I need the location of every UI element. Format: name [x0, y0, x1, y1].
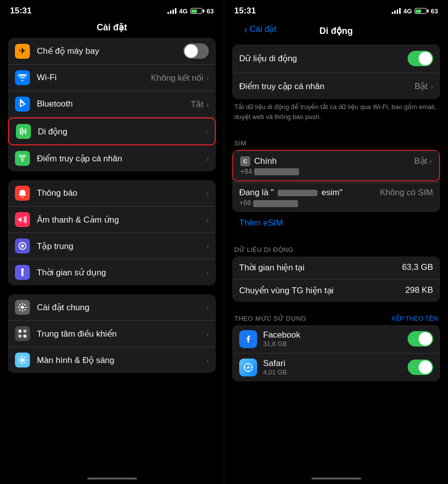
du-lieu-group: Thời gian hiện tại 63,3 GB Chuyển vùng T… — [232, 256, 440, 302]
list-item-diem-truy-cap[interactable]: Điểm truy cập cá nhân Bật › — [232, 73, 440, 99]
facebook-size: 31,8 GB — [263, 340, 408, 348]
airplane-toggle[interactable] — [183, 43, 209, 59]
facebook-name: Facebook — [263, 330, 408, 340]
bluetooth-label: Bluetooth — [37, 99, 191, 109]
svg-rect-1 — [22, 127, 23, 135]
sim-chinh-chevron-icon: › — [429, 156, 432, 166]
list-item-manhinh[interactable]: Màn hình & Độ sáng › — [8, 347, 216, 373]
left-nav-header: Cài đặt — [0, 20, 224, 38]
list-item-du-lieu-di-dong[interactable]: Dữ liệu di động — [232, 44, 440, 73]
list-item-safari[interactable]: Safari 4,01 GB — [232, 354, 440, 381]
section-general: Cài đặt chung › Trung tâm điều khiển — [8, 294, 216, 373]
manhinh-chevron-icon: › — [206, 356, 209, 364]
bluetooth-value: Tắt — [191, 99, 203, 110]
sim-chinh-number: +84 — [240, 167, 432, 175]
taptrung-label: Tập trung — [37, 241, 206, 251]
du-lieu-di-dong-section: DỮ LIỆU DI ĐỘNG Thời gian hiện tại 63,3 … — [232, 243, 440, 302]
thoigian-icon — [15, 265, 30, 280]
right-page-title: Di động — [319, 25, 353, 36]
thoi-gian-label: Thời gian hiện tại — [239, 262, 304, 273]
list-item-wifi[interactable]: Wi-Fi Không kết nối › — [8, 65, 216, 91]
chuyen-vung-label: Chuyển vùng TG hiện tại — [239, 285, 333, 296]
airplane-icon: ✈ — [15, 44, 30, 59]
trungtam-chevron-icon: › — [206, 330, 209, 338]
right-nav-header: ‹ Cài đặt Di động — [224, 20, 448, 44]
taptrung-chevron-icon: › — [206, 242, 209, 250]
du-lieu-toggle[interactable] — [408, 51, 433, 66]
manhinh-icon — [15, 353, 30, 367]
svg-rect-7 — [21, 269, 23, 276]
theo-muc-section: THEO MỨC SỬ DỤNG XẾP THEO TÊN Facebook 3… — [232, 311, 440, 381]
amthanh-chevron-icon: › — [206, 216, 209, 224]
back-chevron-icon: ‹ — [244, 24, 248, 34]
left-home-indicator — [0, 473, 224, 484]
svg-point-8 — [21, 306, 24, 309]
safari-size: 4,01 GB — [263, 368, 408, 376]
sim-chinh-name: C Chính — [240, 156, 277, 166]
diem-truy-cap-chevron-icon: › — [431, 82, 433, 91]
thoigian-label: Thời gian sử dụng — [37, 267, 206, 278]
list-item-thoigian[interactable]: Thời gian sử dụng › — [8, 259, 216, 285]
thoigian-chevron-icon: › — [206, 268, 209, 277]
amthanh-icon — [15, 212, 30, 227]
safari-icon — [239, 359, 257, 376]
back-button[interactable]: ‹ Cài đặt — [234, 22, 277, 39]
sim-chinh-value: Bật › — [414, 156, 432, 166]
connectivity-group: ✈ Chế độ máy bay Wi-Fi — [8, 38, 216, 171]
wifi-label: Wi-Fi — [37, 73, 151, 83]
esim-phone-blur — [253, 200, 298, 207]
sim-section: SIM C Chính Bật › — [232, 135, 440, 234]
right-panel: 15:31 4G 63 ‹ Cài đặt Di động — [224, 0, 448, 484]
svg-rect-10 — [23, 330, 26, 333]
phone-number-blur — [254, 168, 299, 175]
trungtam-label: Trung tâm điều khiển — [37, 329, 206, 339]
left-page-title: Cài đặt — [97, 22, 127, 32]
svg-rect-12 — [23, 335, 26, 338]
caidatchung-icon — [15, 300, 30, 315]
list-item-caidatchung[interactable]: Cài đặt chung › — [8, 294, 216, 321]
sim-chinh-status: Bật — [414, 156, 427, 166]
list-item-sim-chinh[interactable]: C Chính Bật › +84 — [233, 151, 439, 180]
svg-rect-2 — [23, 129, 24, 133]
thongbao-icon — [15, 186, 30, 201]
svg-point-13 — [21, 359, 24, 362]
left-status-icons: 4G 63 — [167, 7, 214, 15]
list-item-facebook[interactable]: Facebook 31,8 GB — [232, 325, 440, 354]
airplane-label: Chế độ máy bay — [37, 46, 183, 56]
di-dong-label: Di động — [38, 126, 205, 137]
sim-group: C Chính Bật › +84 — [232, 150, 440, 212]
them-esim-link[interactable]: Thêm eSIM — [232, 212, 440, 234]
list-item-esim[interactable]: Đang là " esim" Không có SIM +66 — [232, 182, 440, 212]
amthanh-label: Âm thanh & Cảm ứng — [37, 215, 206, 225]
chuyen-vung-value: 298 KB — [405, 285, 433, 295]
right-settings-list: Dữ liệu di động Điểm truy cập cá nhân Bậ… — [224, 44, 448, 473]
caidatchung-label: Cài đặt chung — [37, 302, 206, 313]
list-item-airplane[interactable]: ✈ Chế độ máy bay — [8, 38, 216, 65]
xep-theo-ten-button[interactable]: XẾP THEO TÊN — [391, 315, 438, 322]
svg-point-4 — [21, 158, 23, 160]
facebook-toggle[interactable] — [408, 331, 433, 347]
manhinh-label: Màn hình & Độ sáng — [37, 355, 206, 365]
list-item-hotspot[interactable]: Điểm truy cập cá nhân › — [8, 145, 216, 171]
safari-toggle[interactable] — [408, 360, 433, 375]
wifi-value: Không kết nối — [151, 73, 203, 83]
apps-group: Facebook 31,8 GB Safar — [232, 325, 440, 381]
svg-rect-11 — [18, 335, 21, 338]
diem-truy-cap-label: Điểm truy cập cá nhân — [239, 81, 415, 92]
list-item-trungtam[interactable]: Trung tâm điều khiển › — [8, 321, 216, 347]
list-item-bluetooth[interactable]: Bluetooth Tắt › — [8, 91, 216, 118]
sim-chinh-label: Chính — [254, 156, 277, 166]
section-notifications: Thông báo › Âm thanh & Cảm ứng › — [8, 180, 216, 285]
right-battery-level: 63 — [431, 7, 438, 15]
trungtam-icon — [15, 326, 30, 341]
list-item-di-dong[interactable]: Di động › — [8, 118, 216, 145]
bluetooth-icon — [15, 97, 30, 112]
list-item-thongbao[interactable]: Thông báo › — [8, 180, 216, 207]
list-item-amthanh[interactable]: Âm thanh & Cảm ứng › — [8, 207, 216, 233]
svg-rect-3 — [25, 128, 26, 134]
thongbao-label: Thông báo — [37, 188, 206, 198]
svg-rect-9 — [18, 330, 21, 333]
right-time: 15:31 — [234, 6, 256, 16]
mobile-data-info: Tắt dữ liệu di động để truyền tắt ca dữ … — [232, 99, 440, 126]
list-item-taptrung[interactable]: Tập trung › — [8, 233, 216, 259]
